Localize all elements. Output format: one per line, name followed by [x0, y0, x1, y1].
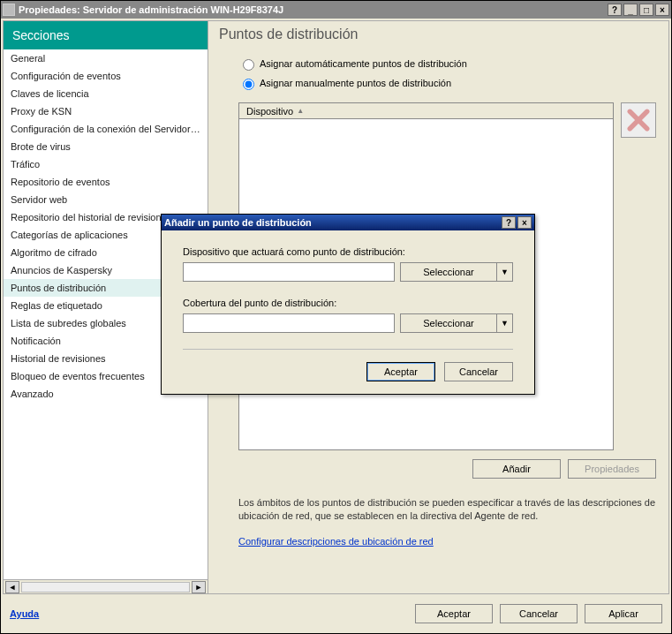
sidebar-item[interactable]: Tráfico: [4, 155, 208, 173]
radio-auto-label: Asignar automáticamente puntos de distri…: [260, 58, 467, 69]
properties-window: Propiedades: Servidor de administración …: [0, 0, 672, 634]
add-button[interactable]: Añadir: [472, 459, 561, 479]
dialog-help-button[interactable]: ?: [502, 216, 516, 229]
device-label: Dispositivo que actuará como punto de di…: [183, 246, 513, 257]
scroll-right-button[interactable]: ►: [192, 581, 206, 593]
dialog-title: Añadir un punto de distribución: [164, 217, 500, 228]
device-input[interactable]: [183, 262, 395, 282]
sidebar-item[interactable]: Claves de licencia: [4, 85, 208, 102]
footer-apply-label: Aplicar: [608, 608, 638, 619]
properties-button[interactable]: Propiedades: [568, 459, 656, 479]
scope-select-dropdown[interactable]: ▼: [497, 313, 513, 333]
scope-select-label: Seleccionar: [423, 318, 473, 328]
radio-manual-label: Asignar manualmente puntos de distribuci…: [260, 78, 451, 88]
scroll-left-button[interactable]: ◄: [5, 581, 19, 593]
sidebar-header: Secciones: [4, 21, 208, 49]
help-button[interactable]: ?: [608, 4, 622, 16]
info-text: Los ámbitos de los puntos de distribució…: [238, 496, 656, 524]
add-button-label: Añadir: [502, 464, 531, 474]
device-select-button[interactable]: Seleccionar: [400, 262, 497, 282]
footer-ok-label: Aceptar: [437, 608, 471, 619]
scope-label: Cobertura del punto de distribución:: [183, 298, 513, 308]
device-select-dropdown[interactable]: ▼: [497, 262, 513, 282]
dialog-separator: [183, 349, 513, 350]
radio-manual[interactable]: Asignar manualmente puntos de distribuci…: [238, 76, 656, 90]
window-title: Propiedades: Servidor de administración …: [19, 4, 608, 15]
sidebar-item[interactable]: Configuración de eventos: [4, 67, 208, 85]
dialog-ok-label: Aceptar: [384, 366, 418, 377]
configure-link[interactable]: Configurar descripciones de ubicación de…: [238, 536, 434, 547]
grid-header[interactable]: Dispositivo ▲: [239, 103, 613, 119]
radio-auto-input[interactable]: [243, 59, 254, 71]
sidebar-item[interactable]: Servidor web: [4, 191, 208, 208]
grid-column-label: Dispositivo: [246, 106, 293, 117]
dialog-cancel-label: Cancelar: [459, 366, 498, 377]
footer-cancel-label: Cancelar: [519, 608, 558, 619]
sidebar-item[interactable]: Repositorio de eventos: [4, 173, 208, 191]
dialog-close-button[interactable]: ×: [517, 216, 532, 229]
content-title: Puntos de distribución: [208, 21, 668, 51]
device-select-label: Seleccionar: [423, 267, 473, 277]
add-distribution-point-dialog: Añadir un punto de distribución ? × Disp…: [161, 214, 535, 395]
grid-column-device[interactable]: Dispositivo ▲: [239, 103, 311, 118]
dialog-titlebar: Añadir un punto de distribución ? ×: [162, 215, 534, 230]
sidebar-scrollbar[interactable]: ◄ ►: [4, 579, 208, 593]
dialog-ok-button[interactable]: Aceptar: [366, 362, 435, 381]
device-select-splitbutton[interactable]: Seleccionar ▼: [400, 262, 513, 282]
minimize-button[interactable]: _: [623, 4, 638, 16]
help-link[interactable]: Ayuda: [10, 608, 39, 619]
radio-auto[interactable]: Asignar automáticamente puntos de distri…: [238, 57, 656, 71]
window-icon: [3, 4, 15, 16]
remove-button[interactable]: [621, 102, 656, 138]
scope-select-splitbutton[interactable]: Seleccionar ▼: [400, 313, 513, 333]
dialog-cancel-button[interactable]: Cancelar: [444, 362, 513, 381]
sidebar-item[interactable]: Brote de virus: [4, 138, 208, 155]
sort-asc-icon: ▲: [297, 107, 304, 115]
radio-manual-input[interactable]: [243, 79, 254, 90]
x-icon: [627, 109, 650, 132]
sidebar-item[interactable]: Proxy de KSN: [4, 102, 208, 120]
footer-apply-button[interactable]: Aplicar: [585, 604, 662, 623]
chevron-down-icon: ▼: [501, 268, 509, 276]
sidebar-item[interactable]: General: [4, 49, 208, 67]
titlebar: Propiedades: Servidor de administración …: [1, 1, 671, 19]
sidebar-item[interactable]: Configuración de la conexión del Servido…: [4, 120, 208, 138]
footer-cancel-button[interactable]: Cancelar: [500, 604, 578, 623]
footer-ok-button[interactable]: Aceptar: [415, 604, 493, 623]
scroll-track[interactable]: [21, 582, 190, 592]
properties-button-label: Propiedades: [585, 464, 639, 474]
footer: Ayuda Aceptar Cancelar Aplicar: [1, 594, 671, 633]
scope-input[interactable]: [183, 313, 395, 333]
scope-select-button[interactable]: Seleccionar: [400, 313, 497, 333]
chevron-down-icon: ▼: [501, 319, 509, 328]
close-button[interactable]: ×: [655, 4, 669, 16]
maximize-button[interactable]: □: [639, 4, 653, 16]
